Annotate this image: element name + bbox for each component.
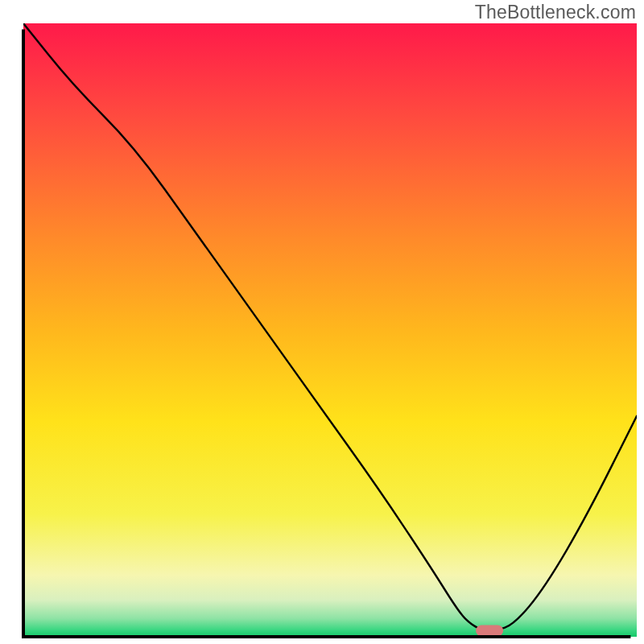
watermark-text: TheBottleneck.com xyxy=(475,2,636,23)
bottleneck-chart xyxy=(0,0,644,644)
chart-container: TheBottleneck.com xyxy=(0,0,644,644)
gradient-background xyxy=(23,23,637,637)
optimal-point-marker xyxy=(476,625,503,636)
